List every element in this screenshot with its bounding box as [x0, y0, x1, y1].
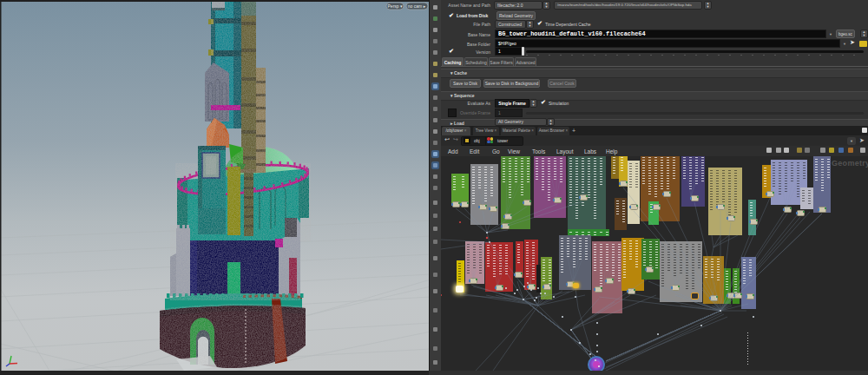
svg-text:no cam ▸: no cam ▸ — [408, 3, 426, 9]
svg-text:Persp ▾: Persp ▾ — [388, 3, 403, 9]
